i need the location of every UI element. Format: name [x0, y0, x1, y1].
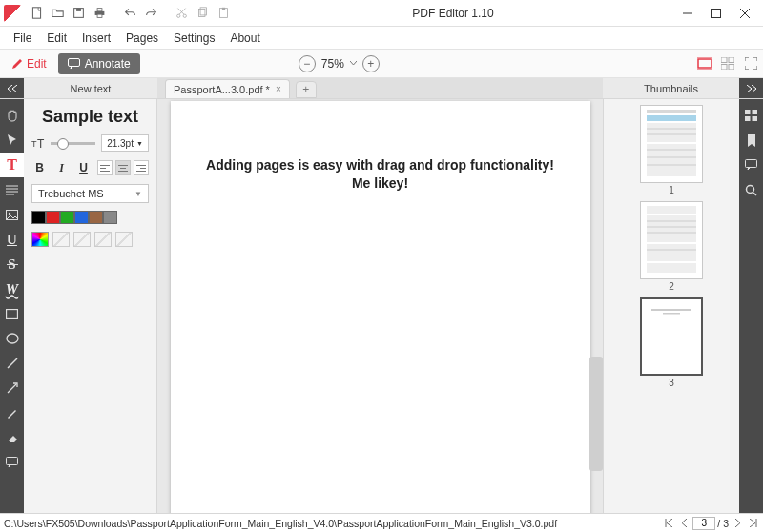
swatch-blue[interactable] — [74, 211, 89, 224]
zoom-in-button[interactable]: + — [362, 55, 380, 72]
align-right-button[interactable] — [134, 160, 149, 175]
document-text-line1[interactable]: Adding pages is easy with drag and drop … — [190, 156, 571, 174]
svg-rect-9 — [200, 8, 207, 15]
cut-icon[interactable] — [172, 4, 191, 23]
text-tool-icon[interactable]: T — [0, 153, 24, 177]
open-icon[interactable] — [48, 4, 67, 23]
annotation-tool-icon[interactable] — [0, 450, 24, 475]
tab-close-icon[interactable]: × — [276, 84, 281, 94]
search-rail-icon[interactable] — [739, 177, 763, 202]
undo-icon[interactable] — [120, 4, 139, 23]
menu-insert[interactable]: Insert — [74, 29, 118, 48]
view-grid-icon[interactable] — [719, 56, 736, 72]
align-left-button[interactable] — [97, 160, 113, 175]
comment-icon — [68, 58, 80, 70]
bold-button[interactable]: B — [31, 159, 48, 176]
thumbnail-page-1[interactable] — [640, 105, 703, 183]
paste-icon[interactable] — [214, 4, 233, 23]
close-button[interactable] — [731, 0, 759, 27]
sample-text: Sample text — [31, 107, 149, 127]
new-icon[interactable] — [27, 4, 46, 23]
image-tool-icon[interactable] — [0, 202, 24, 227]
svg-rect-23 — [729, 65, 734, 71]
zoom-out-button[interactable]: − — [299, 55, 316, 72]
ellipse-tool-icon[interactable] — [0, 326, 24, 351]
menu-pages[interactable]: Pages — [118, 29, 166, 48]
align-center-button[interactable] — [115, 160, 131, 175]
minimize-button[interactable] — [673, 0, 702, 27]
view-single-icon[interactable] — [696, 56, 713, 72]
document-text-line2[interactable]: Me likey! — [190, 174, 571, 193]
thumbnail-page-3[interactable] — [640, 297, 703, 376]
svg-rect-57 — [651, 309, 691, 311]
save-icon[interactable] — [69, 4, 88, 23]
copy-icon[interactable] — [193, 4, 212, 23]
svg-rect-50 — [647, 244, 696, 261]
font-name: Trebuchet MS — [38, 188, 104, 199]
document-page[interactable]: Adding pages is easy with drag and drop … — [171, 101, 590, 513]
font-size-input[interactable]: 21.3pt▼ — [101, 134, 149, 152]
menu-about[interactable]: About — [222, 29, 267, 48]
svg-rect-0 — [32, 8, 40, 18]
strikethrough-tool-icon[interactable]: S — [0, 252, 24, 276]
recent-color-3[interactable] — [94, 232, 112, 247]
underline-tool-icon[interactable]: U — [0, 227, 24, 252]
maximize-button[interactable] — [702, 0, 731, 27]
svg-point-7 — [183, 14, 186, 17]
svg-line-33 — [8, 384, 16, 393]
swatch-red[interactable] — [46, 211, 60, 224]
hand-tool-icon[interactable] — [0, 103, 24, 128]
squiggle-tool-icon[interactable]: W — [0, 276, 24, 301]
swatch-gray[interactable] — [103, 211, 117, 224]
right-rail — [739, 99, 763, 513]
line-tool-icon[interactable] — [0, 351, 24, 376]
edit-label: Edit — [27, 57, 47, 71]
collapse-right-button[interactable] — [739, 78, 763, 98]
add-tab-button[interactable]: + — [296, 81, 317, 98]
eraser-tool-icon[interactable] — [0, 425, 24, 450]
freehand-tool-icon[interactable] — [0, 400, 24, 425]
document-viewport[interactable]: Adding pages is easy with drag and drop … — [157, 99, 603, 513]
edit-mode-button[interactable]: Edit — [4, 54, 54, 73]
thumbnails-rail-icon[interactable] — [739, 103, 763, 128]
swatch-green[interactable] — [60, 211, 74, 224]
swatch-black[interactable] — [31, 211, 46, 224]
svg-line-15 — [740, 9, 750, 18]
view-fullscreen-icon[interactable] — [742, 56, 759, 72]
collapse-left-button[interactable] — [0, 78, 24, 98]
recent-color-2[interactable] — [73, 232, 91, 247]
color-picker-button[interactable] — [31, 232, 49, 247]
swatch-brown[interactable] — [89, 211, 103, 224]
font-size-slider[interactable] — [51, 142, 95, 145]
rectangle-tool-icon[interactable] — [0, 301, 24, 326]
paragraph-tool-icon[interactable] — [0, 177, 24, 202]
first-page-button[interactable] — [662, 517, 675, 530]
last-page-button[interactable] — [746, 517, 759, 530]
print-icon[interactable] — [90, 4, 109, 23]
menu-settings[interactable]: Settings — [166, 29, 222, 48]
annotate-mode-button[interactable]: Annotate — [58, 53, 140, 74]
document-tab[interactable]: PassportA...3.0.pdf * × — [165, 79, 290, 98]
prev-page-button[interactable] — [677, 517, 691, 530]
underline-button[interactable]: U — [75, 159, 92, 176]
svg-rect-34 — [7, 458, 18, 465]
title-bar: PDF Editor 1.10 — [0, 0, 763, 27]
recent-color-1[interactable] — [52, 232, 70, 247]
font-family-select[interactable]: Trebuchet MS ▼ — [31, 184, 149, 203]
arrow-tool-icon[interactable] — [0, 376, 24, 400]
thumbnail-page-2[interactable] — [640, 201, 703, 279]
chevron-down-icon[interactable] — [350, 61, 357, 66]
vertical-scrollbar[interactable] — [589, 357, 603, 471]
menu-file[interactable]: File — [6, 29, 39, 48]
bookmarks-rail-icon[interactable] — [739, 128, 763, 153]
comments-rail-icon[interactable] — [739, 153, 763, 177]
pointer-tool-icon[interactable] — [0, 128, 24, 153]
menu-edit[interactable]: Edit — [39, 29, 74, 48]
page-number-input[interactable] — [692, 517, 715, 530]
recent-color-4[interactable] — [115, 232, 133, 247]
next-page-button[interactable] — [731, 517, 744, 530]
left-panel-header: New text — [24, 78, 157, 98]
zoom-value[interactable]: 75% — [321, 57, 344, 71]
redo-icon[interactable] — [141, 4, 160, 23]
italic-button[interactable]: I — [53, 159, 70, 176]
